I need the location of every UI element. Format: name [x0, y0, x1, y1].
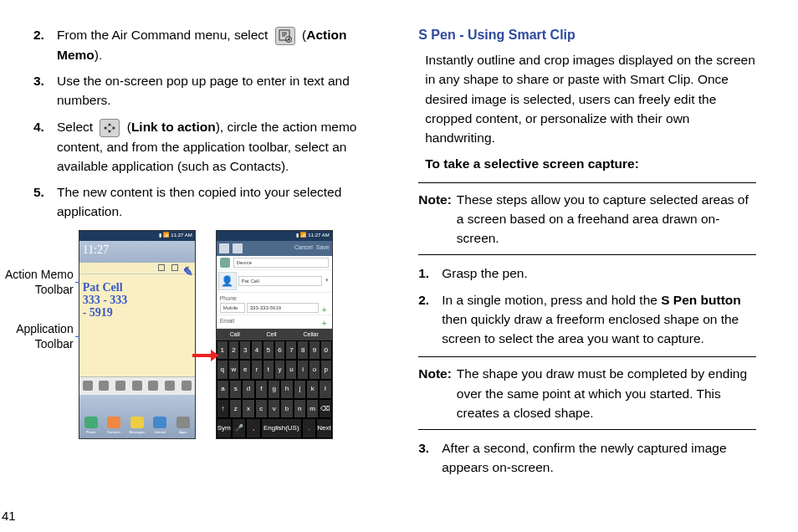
note-text: These steps allow you to capture selecte…	[457, 190, 756, 248]
key: q	[217, 360, 228, 379]
app-icon	[83, 381, 93, 391]
name-field: Pat Cell	[238, 276, 322, 286]
key: a	[217, 380, 229, 399]
key: 7	[285, 340, 297, 360]
step-num: 2.	[418, 290, 442, 349]
app-icon	[182, 381, 192, 391]
note-label: Note:	[418, 364, 452, 422]
add-icon: +	[320, 304, 329, 312]
phone-value: 333-333-5919	[247, 303, 319, 313]
step-text: Grasp the pen.	[442, 263, 756, 283]
key: r	[251, 360, 263, 379]
action-memo-toolbar-label: Action Memo Toolbar	[5, 267, 74, 297]
phone-row: Phone Mobile 333-333-5919 +	[217, 293, 332, 316]
key: o	[309, 360, 320, 379]
application-toolbar	[79, 376, 195, 395]
step-num: 5.	[33, 182, 57, 222]
note-2: Note: The shape you draw must be complet…	[418, 356, 756, 430]
key: 0	[320, 340, 332, 360]
dock-messages: Messages	[130, 417, 144, 435]
cancel-button: Cancel	[294, 243, 313, 253]
page-number: 41	[2, 507, 16, 526]
key: f	[255, 380, 268, 399]
key: 8	[297, 340, 309, 360]
status-bar: ▮📶11:27 AM	[217, 231, 332, 241]
key: ,	[246, 418, 261, 437]
key: m	[306, 399, 319, 418]
key: 9	[309, 340, 320, 360]
svg-rect-0	[279, 30, 289, 40]
key: b	[280, 399, 293, 418]
figure: Action Memo Toolbar Application Toolbar …	[5, 230, 385, 439]
key: z	[229, 399, 242, 418]
key: i	[297, 360, 309, 379]
key: ⌫	[319, 399, 331, 418]
messages-icon	[130, 417, 144, 428]
link-to-action-icon	[100, 119, 120, 137]
lock-clock: 11:27	[79, 241, 195, 263]
step-3: 3. After a second, confirm the newly cap…	[418, 438, 756, 478]
key: 6	[274, 340, 286, 360]
kb-row-2: qwertyuiop	[217, 360, 332, 379]
internet-icon	[153, 417, 166, 428]
key: h	[280, 380, 293, 399]
key: u	[285, 360, 297, 379]
key: 🎤	[232, 418, 247, 437]
key: p	[320, 360, 332, 379]
app-icon	[132, 381, 142, 391]
key: v	[268, 399, 280, 418]
key: 2	[228, 340, 240, 360]
dock-contacts: Contacts	[107, 417, 120, 435]
attach-icon	[233, 243, 243, 253]
figure-labels: Action Memo Toolbar Application Toolbar	[5, 230, 79, 439]
step-2: 2. From the Air Command menu, select (Ac…	[33, 25, 385, 64]
key: e	[239, 360, 251, 379]
left-steps-list: 2. From the Air Command menu, select (Ac…	[33, 25, 385, 222]
phone-screenshot-1: ▮📶11:27 AM 11:27 ✕ ✎ Pat Cell 333 - 333 …	[79, 230, 196, 439]
note-1: Note: These steps allow you to capture s…	[418, 182, 756, 256]
step-num: 2.	[33, 25, 57, 64]
key: 4	[251, 340, 263, 360]
pencil-icon: ✎	[183, 266, 193, 279]
key: j	[294, 380, 306, 399]
kb-row-3: asdfghjkl	[217, 380, 332, 399]
step-text: Select (Link to action), circle the acti…	[57, 117, 385, 176]
step-5: 5. The new content is then copied into y…	[33, 182, 385, 222]
step-num: 4.	[33, 117, 57, 176]
note-label: Note:	[418, 190, 452, 248]
key: l	[319, 380, 331, 399]
save-button: Save	[316, 243, 330, 253]
device-icon	[220, 258, 230, 268]
key: English(US)	[261, 418, 302, 437]
phone-type: Mobile	[220, 303, 245, 313]
step-text: Use the on-screen pop up page to enter i…	[57, 71, 385, 110]
phone-icon	[84, 417, 98, 428]
contact-header: CancelSave	[217, 241, 332, 256]
status-bar: ▮📶11:27 AM	[79, 231, 195, 241]
dock-internet: Internet	[153, 417, 166, 435]
step-num: 1.	[418, 263, 442, 283]
application-toolbar-label: Application Toolbar	[5, 321, 74, 351]
email-row: Email +	[217, 315, 332, 329]
keyboard-suggestions: Call Cell Cellar	[217, 329, 332, 341]
app-icon	[99, 381, 109, 391]
step-text: From the Air Command menu, select (Actio…	[57, 25, 385, 64]
key: Next	[316, 418, 331, 437]
note-text: The shape you draw must be completed by …	[457, 364, 756, 422]
key: x	[242, 399, 254, 418]
key: s	[229, 380, 242, 399]
kb-row-1: 1234567890	[217, 340, 332, 360]
avatar-icon: 👤	[218, 272, 237, 290]
contact-icon	[219, 243, 229, 253]
kb-row-5: Sym🎤,English(US).Next	[217, 418, 332, 437]
keyboard: 1234567890 qwertyuiop asdfghjkl ↑zxcvbnm…	[217, 340, 332, 438]
device-row: Device	[217, 256, 332, 270]
right-steps-list: 1. Grasp the pen. 2. In a single motion,…	[418, 263, 756, 348]
phone-screenshot-2: ▮📶11:27 AM CancelSave Device 👤 Pat Cell …	[216, 230, 333, 439]
key: w	[228, 360, 240, 379]
dock: Phone Contacts Messages Internet Apps	[79, 395, 195, 438]
key: .	[302, 418, 317, 437]
memo-note: ✎ Pat Cell 333 - 333 - 5919	[79, 274, 195, 376]
subheading: To take a selective screen capture:	[425, 154, 756, 173]
key: ↑	[217, 399, 229, 418]
